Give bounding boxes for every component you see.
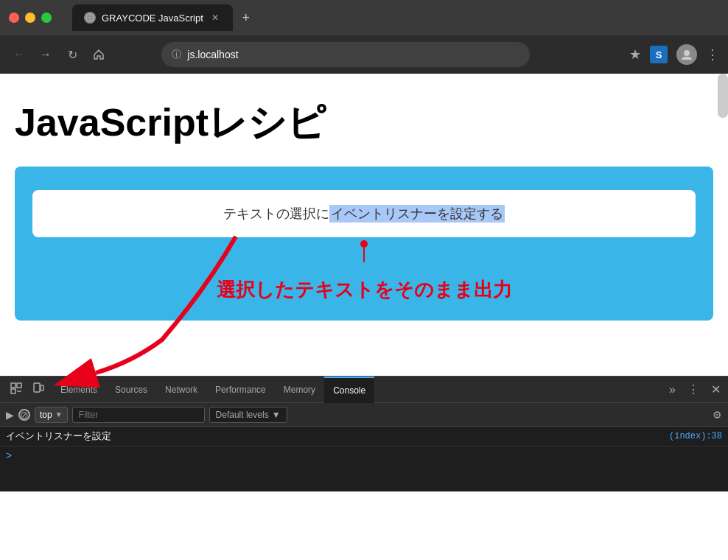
- extension-icon[interactable]: S: [650, 46, 668, 63]
- reload-button[interactable]: ↻: [62, 44, 83, 65]
- traffic-lights: [9, 13, 52, 23]
- page-title: JavaScriptレシピ: [15, 74, 713, 167]
- tab-network[interactable]: Network: [156, 377, 206, 403]
- log-levels-selector[interactable]: Default levels ▼: [209, 407, 287, 423]
- devtools-close-icon[interactable]: ✕: [707, 379, 725, 399]
- page-content: JavaScriptレシピ テキストの選択にイベントリスナーを設定する 選択した…: [0, 74, 728, 376]
- tab-sources[interactable]: Sources: [106, 377, 156, 403]
- tab-console[interactable]: Console: [324, 377, 374, 403]
- tab-performance[interactable]: Performance: [206, 377, 275, 403]
- forward-button[interactable]: →: [35, 44, 56, 65]
- active-tab[interactable]: GRAYCODE JavaScript ✕: [72, 4, 233, 31]
- devtools-tab-icons: » ⋮ ✕: [665, 379, 725, 399]
- context-selector[interactable]: top ▼: [35, 407, 68, 423]
- svg-rect-5: [11, 389, 15, 393]
- address-bar: ← → ↻ ⓘ js.localhost ★ S ⋮: [0, 35, 728, 74]
- security-icon: ⓘ: [172, 48, 181, 61]
- svg-rect-3: [11, 383, 15, 388]
- svg-rect-4: [17, 383, 21, 388]
- console-log-line: イベントリスナーを設定 (index):38: [0, 427, 728, 447]
- demo-text-highlight: イベントリスナーを設定する: [329, 205, 505, 223]
- block-icon[interactable]: ⊘: [18, 409, 30, 421]
- annotation-line: [363, 248, 365, 262]
- back-button[interactable]: ←: [9, 44, 29, 65]
- address-input[interactable]: ⓘ js.localhost: [161, 42, 530, 67]
- settings-icon[interactable]: ⚙: [713, 409, 722, 421]
- devtools-panel: Elements Sources Network Performance Mem…: [0, 376, 728, 491]
- svg-rect-7: [34, 383, 40, 392]
- profile-icon[interactable]: [676, 44, 697, 65]
- filter-input[interactable]: [72, 407, 205, 423]
- console-output: イベントリスナーを設定 (index):38 >: [0, 427, 728, 491]
- browser-chrome: GRAYCODE JavaScript ✕ + ← → ↻ ⓘ js.local…: [0, 0, 728, 74]
- devtools-left-icons: [3, 379, 52, 400]
- tab-memory[interactable]: Memory: [275, 377, 324, 403]
- demo-box: テキストの選択にイベントリスナーを設定する 選択したテキストをそのまま出力: [15, 167, 713, 321]
- address-right-icons: ★ S ⋮: [629, 44, 719, 65]
- output-label: 選択したテキストをそのまま出力: [32, 277, 696, 303]
- console-file-link[interactable]: (index):38: [669, 431, 722, 441]
- devtools-menu-icon[interactable]: ⋮: [683, 379, 704, 399]
- inspector-icon[interactable]: [6, 379, 27, 400]
- scrollbar[interactable]: [718, 74, 728, 118]
- maximize-button[interactable]: [41, 13, 52, 23]
- device-icon[interactable]: [28, 379, 49, 400]
- demo-text-before: テキストの選択に: [223, 205, 329, 223]
- menu-icon[interactable]: ⋮: [706, 46, 719, 63]
- svg-point-1: [684, 50, 690, 56]
- tab-elements[interactable]: Elements: [52, 377, 106, 403]
- annotation-connector: [32, 240, 696, 262]
- console-log-text: イベントリスナーを設定: [6, 430, 111, 443]
- svg-rect-8: [41, 385, 43, 391]
- title-bar: GRAYCODE JavaScript ✕ +: [0, 0, 728, 35]
- execute-icon[interactable]: ▶: [6, 409, 14, 421]
- console-prompt-line[interactable]: >: [0, 447, 728, 464]
- text-input-area: テキストの選択にイベントリスナーを設定する: [32, 190, 696, 237]
- chevron-down-icon: ▼: [272, 410, 281, 420]
- tab-favicon: [84, 12, 96, 24]
- devtools-toolbar: ▶ ⊘ top ▼ Default levels ▼ ⚙: [0, 403, 728, 427]
- page-area: JavaScriptレシピ テキストの選択にイベントリスナーを設定する 選択した…: [0, 74, 728, 376]
- devtools-tabs: Elements Sources Network Performance Mem…: [0, 377, 728, 403]
- home-button[interactable]: [88, 44, 109, 65]
- minimize-button[interactable]: [25, 13, 35, 23]
- tab-close-button[interactable]: ✕: [209, 12, 221, 24]
- close-button[interactable]: [9, 13, 19, 23]
- chevron-down-icon: ▼: [55, 410, 63, 419]
- url-text: js.localhost: [187, 49, 519, 60]
- tab-title: GRAYCODE JavaScript: [102, 13, 203, 24]
- tab-bar: GRAYCODE JavaScript ✕ +: [72, 4, 719, 31]
- annotation-dot: [360, 240, 368, 248]
- more-tabs-button[interactable]: »: [665, 380, 680, 399]
- prompt-icon: >: [6, 449, 12, 461]
- new-tab-button[interactable]: +: [236, 7, 256, 28]
- annotation: [32, 240, 696, 262]
- bookmark-icon[interactable]: ★: [629, 46, 641, 63]
